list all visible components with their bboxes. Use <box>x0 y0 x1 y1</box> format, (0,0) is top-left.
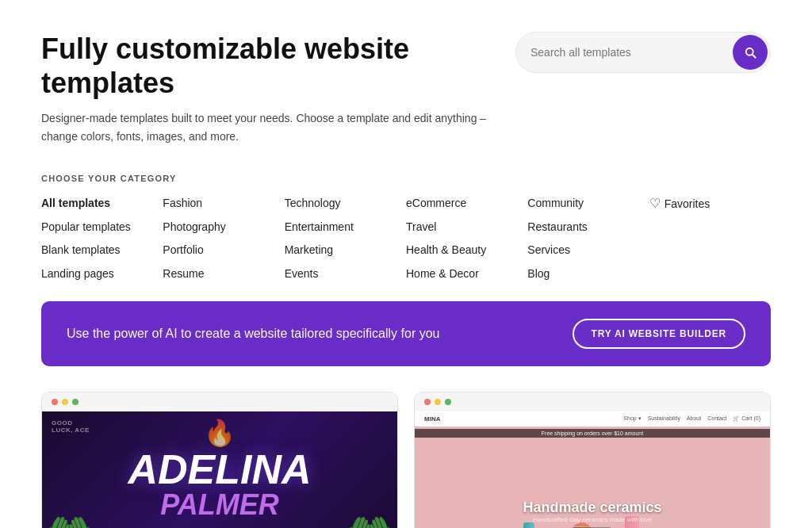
dot-green-1 <box>72 399 79 405</box>
browser-bar-2 <box>415 392 770 411</box>
category-travel[interactable]: Travel <box>406 220 527 235</box>
template-logo-adelina: GOODLUCK, ACE <box>52 419 90 434</box>
category-col-2: Fashion Photography Portfolio Resume <box>163 196 284 281</box>
category-col-1: All templates Popular templates Blank te… <box>41 196 163 281</box>
page-subtitle: Designer-made templates built to meet yo… <box>41 109 501 145</box>
flame-icon: 🔥 <box>204 418 236 448</box>
ai-builder-button[interactable]: TRY AI WEBSITE BUILDER <box>573 319 746 349</box>
nav-cart: 🛒 Cart (0) <box>733 415 760 422</box>
category-photography[interactable]: Photography <box>163 220 284 235</box>
category-fashion[interactable]: Fashion <box>163 196 284 212</box>
search-area <box>515 32 771 73</box>
category-col-5: Community Restaurants Services Blog <box>527 196 649 281</box>
category-technology[interactable]: Technology <box>285 196 406 212</box>
ceramics-brand: MINA <box>424 415 440 423</box>
category-landing-pages[interactable]: Landing pages <box>41 266 163 282</box>
page-title: Fully customizable website templates <box>41 32 501 100</box>
ai-banner-text: Use the power of AI to create a website … <box>67 327 439 341</box>
ceramics-title: Handmade ceramics <box>523 499 661 516</box>
dot-yellow-1 <box>62 399 68 405</box>
templates-grid: GOODLUCK, ACE 🔥 ADELINA Palmer 🤲 🤲 This … <box>41 392 771 528</box>
adelina-title: ADELINA <box>128 451 311 488</box>
heart-icon: ♡ <box>649 196 661 211</box>
search-icon <box>743 45 757 59</box>
nav-sustainability: Sustainability <box>648 415 680 422</box>
ceramics-nav-links: Shop ▾ Sustainability About Contact 🛒 Ca… <box>623 415 760 422</box>
category-entertainment[interactable]: Entertainment <box>285 220 406 235</box>
ceramics-text-overlay: Handmade ceramics Handcrafted clay ceram… <box>523 499 661 528</box>
category-marketing[interactable]: Marketing <box>285 243 406 258</box>
dot-green-2 <box>445 399 451 405</box>
category-favorites[interactable]: ♡ Favorites <box>649 196 771 211</box>
category-section: CHOOSE YOUR CATEGORY All templates Popul… <box>41 174 771 281</box>
category-community[interactable]: Community <box>527 196 649 212</box>
browser-bar-1 <box>42 392 397 411</box>
ai-banner: Use the power of AI to create a website … <box>41 301 771 366</box>
category-services[interactable]: Services <box>527 243 649 258</box>
category-blank-templates[interactable]: Blank templates <box>41 243 163 258</box>
ceramics-nav: MINA Shop ▾ Sustainability About Contact… <box>415 411 770 427</box>
category-health-beauty[interactable]: Health & Beauty <box>406 243 527 258</box>
template-card-adelina[interactable]: GOODLUCK, ACE 🔥 ADELINA Palmer 🤲 🤲 This … <box>41 392 398 528</box>
category-col-3: Technology Entertainment Marketing Event… <box>285 196 406 281</box>
ceramics-subtitle: Handcrafted clay ceramics made with love <box>523 516 661 523</box>
search-button[interactable] <box>733 35 768 70</box>
dot-red-2 <box>424 399 431 405</box>
template-preview-adelina: GOODLUCK, ACE 🔥 ADELINA Palmer 🤲 🤲 This … <box>42 411 397 528</box>
category-col-6: ♡ Favorites <box>649 196 771 281</box>
adelina-text: ADELINA Palmer <box>128 451 311 522</box>
template-card-ceramics[interactable]: MINA Shop ▾ Sustainability About Contact… <box>414 392 771 528</box>
category-events[interactable]: Events <box>285 266 406 282</box>
category-resume[interactable]: Resume <box>163 266 284 282</box>
category-grid: All templates Popular templates Blank te… <box>41 196 771 281</box>
dot-yellow-2 <box>435 399 441 405</box>
category-blog[interactable]: Blog <box>527 266 649 282</box>
header-text-block: Fully customizable website templates Des… <box>41 32 501 145</box>
template-preview-ceramics: MINA Shop ▾ Sustainability About Contact… <box>415 411 770 528</box>
category-col-4: eCommerce Travel Health & Beauty Home & … <box>406 196 527 281</box>
nav-about: About <box>687 415 701 422</box>
palmer-subtitle: Palmer <box>128 488 311 522</box>
hand-right-icon: 🤲 <box>343 511 397 528</box>
category-home-decor[interactable]: Home & Decor <box>406 266 527 282</box>
ceramics-promo-banner: Free shipping on orders over $10 amount <box>415 429 770 438</box>
hand-left-icon: 🤲 <box>42 511 97 528</box>
favorites-label: Favorites <box>665 197 710 210</box>
search-bar <box>515 32 771 73</box>
category-portfolio[interactable]: Portfolio <box>163 243 284 258</box>
nav-contact: Contact <box>707 415 726 422</box>
nav-shop: Shop ▾ <box>623 415 641 422</box>
search-input[interactable] <box>516 36 730 68</box>
category-popular-templates[interactable]: Popular templates <box>41 220 163 235</box>
category-all-templates[interactable]: All templates <box>41 196 163 212</box>
dot-red-1 <box>52 399 58 405</box>
category-restaurants[interactable]: Restaurants <box>527 220 649 235</box>
category-label: CHOOSE YOUR CATEGORY <box>41 174 771 183</box>
category-ecommerce[interactable]: eCommerce <box>406 196 527 212</box>
